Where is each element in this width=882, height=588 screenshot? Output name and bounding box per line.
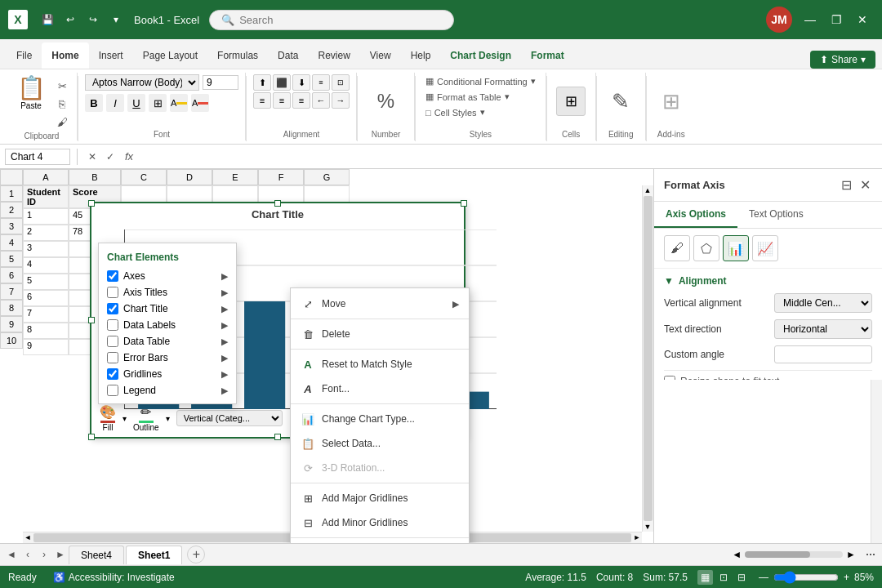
row-4-header[interactable]: 4	[0, 234, 23, 251]
chart-elem-axes[interactable]: Axes ▶	[99, 268, 236, 284]
tab-view[interactable]: View	[360, 42, 401, 69]
ctx-format-axis[interactable]: 📐 Format Axis...	[291, 541, 469, 543]
cell-a6[interactable]: 5	[23, 274, 69, 290]
sheet-nav-first[interactable]: ◄	[3, 546, 20, 563]
search-box[interactable]: 🔍	[209, 10, 454, 30]
chart-title-checkbox[interactable]	[107, 303, 118, 314]
row-7-header[interactable]: 7	[0, 283, 23, 300]
tab-axis-options[interactable]: Axis Options	[654, 202, 737, 228]
align-right-button[interactable]: ≡	[292, 92, 310, 109]
chart-handle-tm[interactable]	[274, 200, 281, 207]
align-bottom-button[interactable]: ⬇	[292, 74, 310, 91]
row-5-header[interactable]: 5	[0, 251, 23, 267]
cell-a2[interactable]: 1	[23, 208, 69, 225]
page-layout-view-button[interactable]: ⊡	[716, 570, 731, 585]
cell-a8[interactable]: 7	[23, 306, 69, 323]
conditional-formatting-button[interactable]: ▦ Conditional Formatting ▾	[422, 74, 539, 88]
save-icon[interactable]: 💾	[39, 11, 56, 28]
sheet-nav-next[interactable]: ›	[36, 546, 52, 563]
tab-text-options[interactable]: Text Options	[737, 202, 815, 228]
panel-collapse-button[interactable]: ⊟	[840, 176, 853, 194]
axis-titles-checkbox[interactable]	[107, 287, 118, 298]
vertical-scrollbar[interactable]: ▲ ▼	[642, 185, 653, 532]
sheet-tab-sheet1[interactable]: Sheet1	[126, 546, 182, 564]
ctx-select-data[interactable]: 📋 Select Data...	[291, 431, 469, 456]
tab-data[interactable]: Data	[268, 42, 308, 69]
col-header-c[interactable]: C	[121, 169, 167, 185]
align-center-button[interactable]: ≡	[273, 92, 291, 109]
confirm-formula-icon[interactable]: ✓	[102, 149, 118, 165]
merge-button[interactable]: ⊡	[332, 74, 350, 91]
ctx-font[interactable]: A Font...	[291, 376, 469, 401]
close-button[interactable]: ✕	[851, 8, 874, 31]
panel-icon-chart[interactable]: 📈	[752, 235, 778, 261]
font-color-button[interactable]: A	[191, 94, 209, 112]
outline-dropdown-arrow[interactable]: ▾	[166, 414, 170, 423]
increase-indent-button[interactable]: →	[332, 92, 350, 109]
hscroll-left[interactable]: ◄	[732, 549, 742, 560]
font-name-select[interactable]: Aptos Narrow (Body)	[85, 74, 199, 91]
underline-button[interactable]: U	[127, 94, 145, 112]
scroll-up-button[interactable]: ▲	[643, 185, 653, 195]
italic-button[interactable]: I	[106, 94, 124, 112]
error-bars-checkbox[interactable]	[107, 352, 118, 363]
row-1-header[interactable]: 1	[0, 185, 23, 202]
col-header-b[interactable]: B	[69, 169, 121, 185]
add-sheet-button[interactable]: +	[187, 546, 205, 564]
panel-icon-paint[interactable]: 🖌	[664, 235, 690, 261]
fill-color-button[interactable]: A	[170, 94, 188, 112]
ctx-add-minor-gridlines[interactable]: ⊟ Add Minor Gridlines	[291, 510, 469, 535]
chart-elem-gridlines[interactable]: Gridlines ▶	[99, 366, 236, 382]
tab-home[interactable]: Home	[42, 42, 88, 69]
decrease-indent-button[interactable]: ←	[312, 92, 330, 109]
cut-button[interactable]: ✂	[54, 78, 70, 94]
row-3-header[interactable]: 3	[0, 218, 23, 234]
vertical-alignment-select[interactable]: Middle Cen...	[774, 293, 872, 313]
col-header-g[interactable]: G	[304, 169, 350, 185]
fill-dropdown-arrow[interactable]: ▾	[122, 414, 127, 423]
user-avatar[interactable]: JM	[766, 7, 792, 33]
bold-button[interactable]: B	[85, 94, 103, 112]
chart-handle-bl[interactable]	[88, 434, 95, 440]
chart-handle-tl[interactable]	[88, 200, 95, 207]
copy-button[interactable]: ⎘	[54, 96, 70, 112]
redo-icon[interactable]: ↪	[85, 11, 101, 28]
alignment-section-header[interactable]: ▼ Alignment	[664, 275, 872, 287]
panel-icon-effects[interactable]: ⬠	[693, 235, 719, 261]
align-left-button[interactable]: ≡	[253, 92, 271, 109]
hscroll-thumb[interactable]	[745, 551, 810, 558]
chart-elem-data-table[interactable]: Data Table ▶	[99, 333, 236, 350]
percent-icon[interactable]: %	[377, 90, 394, 113]
chart-elem-legend[interactable]: Legend ▶	[99, 382, 236, 399]
align-top-button[interactable]: ⬆	[253, 74, 271, 91]
cell-a10[interactable]: 9	[23, 339, 69, 355]
panel-scrollbar[interactable]	[871, 380, 882, 543]
cell-a7[interactable]: 6	[23, 290, 69, 306]
panel-icon-axis[interactable]: 📊	[723, 235, 749, 261]
tab-chart-design[interactable]: Chart Design	[440, 42, 521, 69]
restore-button[interactable]: ❐	[825, 8, 848, 31]
axis-dropdown-select[interactable]: Vertical (Categ...	[176, 410, 283, 426]
cell-a9[interactable]: 8	[23, 323, 69, 339]
row-8-header[interactable]: 8	[0, 300, 23, 316]
border-button[interactable]: ⊞	[149, 94, 167, 112]
sheet-options-button[interactable]: ⋯	[862, 549, 879, 560]
chart-elem-error-bars[interactable]: Error Bars ▶	[99, 350, 236, 366]
wrap-text-button[interactable]: ≡	[312, 74, 330, 91]
sheet-nav-last[interactable]: ►	[52, 546, 69, 563]
col-header-d[interactable]: D	[167, 169, 212, 185]
scroll-right-button[interactable]: ►	[632, 532, 642, 542]
cells-icon[interactable]: ⊞	[556, 87, 586, 116]
editing-icon[interactable]: ✎	[612, 89, 630, 114]
cell-a5[interactable]: 4	[23, 257, 69, 274]
align-middle-button[interactable]: ⬛	[273, 74, 291, 91]
outline-button[interactable]: ✏ Outline	[133, 404, 159, 432]
panel-bottom-scroll[interactable]	[654, 380, 882, 543]
row-9-header[interactable]: 9	[0, 316, 23, 332]
row-2-header[interactable]: 2	[0, 202, 23, 218]
tab-format[interactable]: Format	[521, 42, 574, 69]
undo-icon[interactable]: ↩	[62, 11, 78, 28]
axes-checkbox[interactable]	[107, 270, 118, 282]
zoom-in-button[interactable]: +	[844, 572, 849, 583]
hscroll-track[interactable]	[745, 551, 843, 558]
